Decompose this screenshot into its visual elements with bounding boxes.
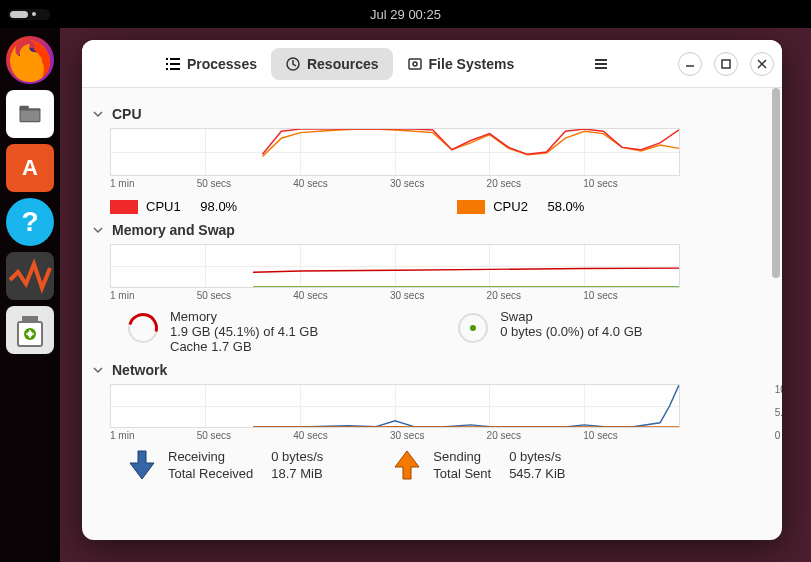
memory-gauge-icon: [128, 313, 158, 343]
cpu-chart-svg: [111, 129, 679, 175]
svg-rect-3: [21, 111, 40, 122]
svg-rect-9: [166, 63, 168, 65]
software-icon: A: [22, 155, 38, 181]
dock-app-files[interactable]: [6, 90, 54, 138]
sending-rate: 0 bytes/s: [509, 449, 565, 464]
help-icon: ?: [21, 206, 38, 238]
processes-icon: [165, 56, 181, 72]
tab-processes[interactable]: Processes: [151, 48, 271, 80]
tab-filesystems-label: File Systems: [429, 56, 515, 72]
desktop-top-bar: Jul 29 00:25: [0, 0, 811, 28]
cpu-graph: [110, 128, 680, 176]
section-header-cpu[interactable]: CPU: [92, 106, 764, 122]
legend-cpu2[interactable]: CPU2 58.0%: [457, 199, 584, 214]
window-titlebar: Processes Resources File Systems: [82, 40, 782, 88]
scrollbar[interactable]: [770, 88, 780, 538]
receiving-label: Receiving: [168, 449, 253, 464]
section-header-network[interactable]: Network: [92, 362, 764, 378]
svg-point-15: [413, 62, 417, 66]
memory-label: Memory: [170, 309, 318, 324]
download-arrow-icon: [128, 449, 156, 481]
swap-usage: 0 bytes (0.0%) of 4.0 GB: [500, 324, 642, 339]
receiving-rate: 0 bytes/s: [271, 449, 323, 464]
cpu1-swatch: [110, 200, 138, 214]
files-icon: [16, 100, 44, 128]
memory-cache: Cache 1.7 GB: [170, 339, 318, 354]
scrollbar-thumb[interactable]: [772, 88, 780, 278]
network-receiving-summary: Receiving 0 bytes/s Total Received 18.7 …: [128, 449, 323, 481]
total-received-label: Total Received: [168, 466, 253, 481]
network-sending-summary: Sending 0 bytes/s Total Sent 545.7 KiB: [393, 449, 565, 481]
swap-label: Swap: [500, 309, 642, 324]
activities-indicator[interactable]: [8, 9, 50, 20]
svg-rect-10: [170, 63, 180, 65]
memory-usage: 1.9 GB (45.1%) of 4.1 GB: [170, 324, 318, 339]
svg-rect-7: [166, 58, 168, 60]
system-monitor-icon: [6, 252, 54, 300]
tab-filesystems[interactable]: File Systems: [393, 48, 529, 80]
svg-rect-8: [170, 58, 180, 60]
dock-app-system-monitor[interactable]: [6, 252, 54, 300]
section-header-memory[interactable]: Memory and Swap: [92, 222, 764, 238]
memory-summary: Memory 1.9 GB (45.1%) of 4.1 GB Cache 1.…: [128, 309, 318, 354]
system-monitor-window: Processes Resources File Systems CPU: [82, 40, 782, 540]
total-sent-label: Total Sent: [433, 466, 491, 481]
dock: A ?: [0, 28, 60, 562]
swap-gauge-icon: [458, 313, 488, 343]
network-chart-svg: [111, 385, 679, 427]
svg-rect-12: [170, 68, 180, 70]
svg-rect-14: [409, 59, 421, 69]
trash-icon: [6, 306, 54, 354]
tab-resources-label: Resources: [307, 56, 379, 72]
legend-cpu1[interactable]: CPU1 98.0%: [110, 199, 237, 214]
total-received-value: 18.7 MiB: [271, 466, 323, 481]
section-title-network: Network: [112, 362, 167, 378]
maximize-icon: [721, 59, 731, 69]
dock-app-software[interactable]: A: [6, 144, 54, 192]
hamburger-menu-button[interactable]: [589, 52, 613, 76]
dock-app-help[interactable]: ?: [6, 198, 54, 246]
total-sent-value: 545.7 KiB: [509, 466, 565, 481]
minimize-icon: [685, 59, 695, 69]
chevron-down-icon: [92, 108, 104, 120]
sending-label: Sending: [433, 449, 491, 464]
cpu2-swatch: [457, 200, 485, 214]
close-icon: [757, 59, 767, 69]
resources-icon: [285, 56, 301, 72]
chevron-down-icon: [92, 364, 104, 376]
memory-graph: [110, 244, 680, 288]
filesystems-icon: [407, 56, 423, 72]
dock-app-firefox[interactable]: [6, 36, 54, 84]
network-graph: [110, 384, 680, 428]
view-tabs: Processes Resources File Systems: [151, 48, 528, 80]
svg-rect-11: [166, 68, 168, 70]
section-title-memory: Memory and Swap: [112, 222, 235, 238]
tab-resources[interactable]: Resources: [271, 48, 393, 80]
tab-processes-label: Processes: [187, 56, 257, 72]
svg-rect-5: [22, 316, 38, 322]
svg-rect-2: [20, 106, 29, 111]
chevron-down-icon: [92, 224, 104, 236]
hamburger-icon: [593, 56, 609, 72]
upload-arrow-icon: [393, 449, 421, 481]
maximize-button[interactable]: [714, 52, 738, 76]
svg-rect-16: [722, 60, 730, 68]
dock-app-trash[interactable]: [6, 306, 54, 354]
section-title-cpu: CPU: [112, 106, 142, 122]
memory-chart-svg: [111, 245, 679, 287]
window-content: CPU 100 % 50 % 0 % 1 min50 secs40 secs30…: [82, 88, 782, 540]
cpu-x-axis: 1 min50 secs40 secs30 secs20 secs10 secs: [110, 178, 680, 189]
firefox-icon: [6, 36, 54, 84]
minimize-button[interactable]: [678, 52, 702, 76]
network-x-axis: 1 min50 secs40 secs30 secs20 secs10 secs: [110, 430, 680, 441]
swap-summary: Swap 0 bytes (0.0%) of 4.0 GB: [458, 309, 642, 354]
clock[interactable]: Jul 29 00:25: [370, 7, 441, 22]
memory-x-axis: 1 min50 secs40 secs30 secs20 secs10 secs: [110, 290, 680, 301]
close-button[interactable]: [750, 52, 774, 76]
